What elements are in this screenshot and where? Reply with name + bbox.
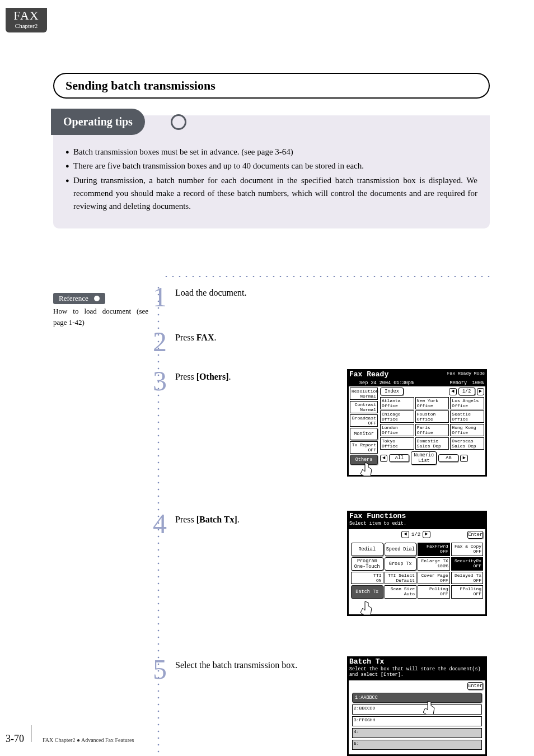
step-number: 3 [153, 370, 167, 392]
fn-tti[interactable]: TTI ON [351, 572, 383, 584]
dest-cell[interactable]: Hong Kong Office [450, 424, 484, 436]
step-text: Press [Batch Tx]. [175, 515, 343, 525]
dest-cell[interactable]: London Office [380, 424, 414, 436]
step-5: 5 Select the batch transmission box. [153, 658, 167, 680]
scroll-right-icon[interactable]: ► [460, 455, 467, 462]
page-number: 3-70 [6, 733, 24, 745]
chapter-tab: FAX Chapter2 [6, 8, 47, 32]
fn-fpolling[interactable]: FPolling OFF [451, 585, 484, 599]
batch-box-item[interactable]: 3:FFGGHH [352, 716, 482, 726]
dest-cell[interactable]: Los Angels Office [450, 397, 484, 409]
all-button[interactable]: All [389, 454, 409, 462]
tips-dot-icon [171, 114, 186, 130]
screen-date: Sep 24 2004 01:30pm [359, 380, 414, 386]
footer-text: FAX Chapter2 ● Advanced Fax Features [43, 737, 134, 743]
page-right-icon[interactable]: ► [477, 388, 484, 395]
step-number: 5 [153, 658, 167, 680]
page-indicator: 1/2 [411, 532, 420, 538]
hand-pointer-icon [357, 461, 380, 486]
left-btn[interactable]: Tx Report OFF [350, 441, 378, 454]
ab-button[interactable]: AB [438, 454, 458, 462]
dest-cell[interactable]: Houston Office [415, 410, 449, 423]
step-2: 2 Press FAX. [153, 330, 167, 353]
dotted-separator [163, 276, 490, 277]
memory-label: Memory [449, 380, 467, 386]
hand-pointer-icon [420, 700, 442, 724]
reference-label: Reference [59, 294, 88, 303]
fn-program[interactable]: Program One-Touch [351, 557, 383, 571]
scroll-left-icon[interactable]: ◄ [380, 455, 387, 462]
screen-mode: Fax Ready Mode [447, 371, 485, 376]
fn-faxfrwrd[interactable]: FaxFrwrd OFF [418, 543, 450, 556]
dest-cell[interactable]: Chicago Office [380, 410, 414, 423]
fax-ready-screen: Fax Ready Fax Ready Mode Sep 24 2004 01:… [347, 369, 487, 477]
screen-sub: Select the box that will store the docum… [349, 666, 485, 678]
page-left-icon[interactable]: ◄ [401, 531, 409, 538]
section-title: Sending batch transmissions [53, 73, 490, 99]
monitor-button[interactable]: Monitor [350, 428, 378, 440]
step-text: Select the batch transmission box. [175, 660, 343, 670]
step-number: 1 [153, 286, 167, 308]
batch-box-item[interactable]: 4: [352, 728, 482, 738]
dest-cell[interactable]: Tokyo Office [380, 437, 414, 450]
hand-pointer-icon [357, 600, 380, 624]
step-text: Press [Others]. [175, 372, 343, 382]
page-footer: 3-70 FAX Chapter2 ● Advanced Fax Feature… [6, 725, 134, 745]
batch-box-item[interactable]: 5: [352, 740, 482, 750]
fn-enlarge[interactable]: Enlarge TX 100% [418, 557, 450, 571]
fn-cover[interactable]: Cover Page OFF [418, 572, 450, 584]
enter-button[interactable]: Enter [467, 531, 483, 539]
screen-sub: Select item to edit. [349, 521, 406, 526]
operating-tips-box: Operating tips Batch transmission boxes … [53, 115, 490, 228]
tips-item: Batch transmission boxes must be set in … [65, 146, 477, 158]
step-3: 3 Press [Others]. [153, 370, 167, 392]
fn-fax-copy[interactable]: Fax & Copy OFF [451, 543, 484, 556]
step-4: 4 Press [Batch Tx]. [153, 512, 167, 535]
fn-speed-dial[interactable]: Speed Dial [385, 543, 417, 556]
tab-sub: Chapter2 [6, 22, 47, 30]
screen-title: Fax Ready [349, 370, 388, 379]
footer-bar [31, 725, 31, 742]
dest-cell[interactable]: Atlanta Office [380, 397, 414, 409]
fn-delayed[interactable]: Delayed Tx OFF [451, 572, 484, 584]
dest-cell[interactable]: Paris Office [415, 424, 449, 436]
left-btn[interactable]: Broadcast OFF [350, 414, 378, 427]
screen-title: Batch Tx [349, 657, 384, 666]
screen-title: Fax Functions [349, 512, 406, 520]
step-1: 1 Load the document. [153, 286, 167, 308]
step-text: Press FAX. [175, 333, 343, 343]
dest-cell[interactable]: Seattle Office [450, 410, 484, 423]
batch-box-item[interactable]: 1:AABBCC [352, 693, 482, 703]
page-right-icon[interactable]: ► [423, 531, 430, 538]
tips-item: There are five batch transmission boxes … [65, 160, 477, 172]
fn-scan-size[interactable]: Scan Size Auto [385, 585, 417, 599]
dest-cell[interactable]: New York Office [415, 397, 449, 409]
fn-tti-select[interactable]: TTI Select Default [385, 572, 417, 584]
batch-tx-button[interactable]: Batch Tx [351, 585, 383, 599]
page-indicator: 1/2 [458, 388, 475, 395]
step-number: 2 [153, 330, 167, 353]
step-text: Load the document. [175, 288, 343, 298]
enter-button[interactable]: Enter [467, 682, 483, 690]
operating-tips-header: Operating tips [51, 109, 145, 135]
reference-dot-icon [94, 296, 100, 301]
reference-pill: Reference [53, 293, 105, 304]
page-left-icon[interactable]: ◄ [449, 388, 456, 395]
dest-cell[interactable]: Domestic Sales Dep [415, 437, 449, 450]
fn-group-tx[interactable]: Group Tx [385, 557, 417, 571]
dest-cell[interactable]: Overseas Sales Dep [450, 437, 484, 450]
batch-tx-screen: Batch Tx Select the box that will store … [347, 656, 487, 756]
numlist-button[interactable]: Numeric List [411, 451, 437, 465]
index-button[interactable]: Index [380, 388, 404, 395]
batch-box-item[interactable]: 2:BBCCDD [352, 704, 482, 715]
fn-security[interactable]: SecurityRx OFF [451, 557, 484, 571]
left-btn[interactable]: Contrast Normal [350, 401, 378, 413]
fn-polling[interactable]: Polling OFF [418, 585, 450, 599]
reference-text: How to load document (see page 1-42) [53, 306, 148, 328]
step-number: 4 [153, 512, 167, 535]
left-btn[interactable]: Resolution Normal [350, 388, 378, 400]
fn-redial[interactable]: Redial [351, 543, 383, 556]
tips-item: During transmission, a batch number for … [65, 174, 477, 213]
fax-functions-screen: Fax Functions Select item to edit. ◄ 1/2… [347, 511, 487, 616]
memory-pct: 100% [472, 380, 484, 386]
